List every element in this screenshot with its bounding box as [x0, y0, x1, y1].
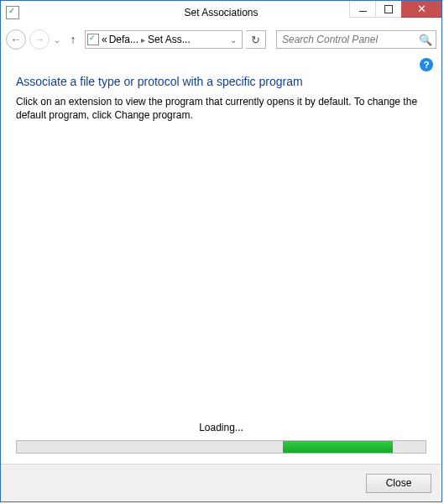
- title-bar: Set Associations ✕: [1, 1, 441, 24]
- chevron-down-icon: ⌄: [54, 35, 60, 45]
- loading-area: Loading...: [16, 422, 426, 464]
- address-dropdown-icon[interactable]: ⌄: [227, 35, 240, 45]
- navigation-bar: ← → ⌄ ↑ « Defa... ▸ Set Ass... ⌄ ↻ 🔍: [1, 24, 441, 53]
- minimize-button[interactable]: [349, 1, 375, 18]
- breadcrumb-segment-1[interactable]: Defa...: [108, 34, 139, 45]
- window-frame: Set Associations ✕ ← → ⌄ ↑ «: [0, 0, 442, 502]
- close-icon: ✕: [417, 3, 426, 14]
- window-controls: ✕: [349, 1, 441, 18]
- help-button[interactable]: ?: [420, 58, 433, 71]
- app-icon: [6, 6, 19, 19]
- back-arrow-icon: ←: [10, 33, 22, 46]
- search-input[interactable]: [280, 33, 419, 46]
- forward-arrow-icon: →: [34, 33, 45, 46]
- back-button[interactable]: ←: [6, 29, 26, 50]
- search-icon[interactable]: 🔍: [419, 34, 432, 46]
- address-bar[interactable]: « Defa... ▸ Set Ass... ⌄: [85, 30, 243, 49]
- maximize-button[interactable]: [375, 1, 401, 18]
- up-arrow-icon: ↑: [71, 33, 76, 46]
- content-area: ? Associate a file type or protocol with…: [1, 53, 441, 464]
- footer-bar: Close: [1, 464, 441, 501]
- page-heading: Associate a file type or protocol with a…: [16, 75, 426, 88]
- chevron-right-icon: ▸: [139, 35, 147, 45]
- help-icon: ?: [424, 60, 430, 70]
- progress-bar-fill: [283, 441, 393, 453]
- search-box[interactable]: 🔍: [276, 30, 436, 49]
- page-description: Click on an extension to view the progra…: [16, 95, 426, 122]
- refresh-button[interactable]: ↻: [246, 30, 266, 49]
- close-window-button[interactable]: ✕: [401, 1, 441, 18]
- loading-label: Loading...: [16, 422, 426, 433]
- breadcrumb-prefix: «: [101, 34, 108, 45]
- recent-locations-dropdown[interactable]: ⌄: [53, 35, 61, 45]
- progress-bar: [16, 440, 426, 454]
- forward-button[interactable]: →: [29, 29, 50, 50]
- close-button[interactable]: Close: [366, 474, 431, 493]
- breadcrumb-segment-2[interactable]: Set Ass...: [147, 34, 191, 45]
- location-icon: [87, 34, 99, 45]
- maximize-icon: [384, 5, 393, 13]
- refresh-icon: ↻: [251, 34, 260, 46]
- minimize-icon: [359, 11, 367, 12]
- up-button[interactable]: ↑: [65, 29, 81, 50]
